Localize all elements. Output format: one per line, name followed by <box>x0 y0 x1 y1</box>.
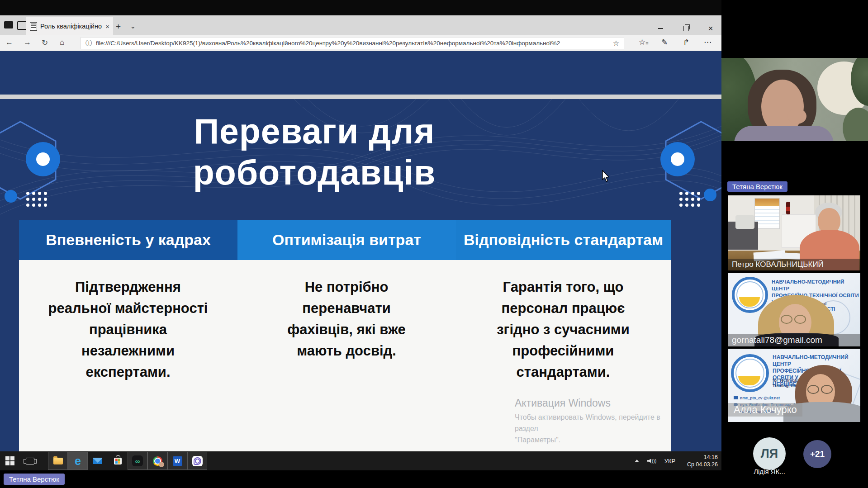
participants-panel: Тетяна Верстюк Петро КОВАЛЬНИЦЬКИЙ <box>721 0 868 488</box>
avatar-lidiia[interactable]: ЛЯ <box>753 437 786 470</box>
tab-close-icon[interactable]: × <box>105 23 109 30</box>
mail-icon <box>93 458 102 464</box>
video-tile-gornatali[interactable]: НАВЧАЛЬНО-МЕТОДИЧНИЙ ЦЕНТРПРОФЕСІЙНО-ТЕХ… <box>728 273 860 346</box>
tab-role-kvalifikatsiinogo[interactable]: Роль кваліфікаційного × <box>26 17 113 35</box>
tray-volume[interactable]: ))) <box>644 452 660 470</box>
slide-content-panel: Підтвердженняреальної майстерностіпраців… <box>19 260 671 451</box>
web-notes-pen-icon[interactable]: ✎ <box>661 38 668 47</box>
taskbar-viber[interactable] <box>187 452 207 470</box>
more-options-icon[interactable]: ⋯ <box>704 38 711 47</box>
tab-list-chevron-icon[interactable]: ⌄ <box>130 23 136 30</box>
speaker-waves-icon: ))) <box>652 458 657 464</box>
slide-title: Переваги дляроботодавців <box>43 111 586 193</box>
restore-button[interactable] <box>677 24 695 33</box>
meeting-window: Роль кваліфікаційного × + ⌄ × ← → ↻ ⌂ ⓘ … <box>0 0 868 488</box>
word-icon: W <box>173 456 182 466</box>
refresh-button[interactable]: ↻ <box>42 38 48 47</box>
header-cost-optimization: Оптимізація витрат <box>237 220 456 260</box>
taskbar-mail[interactable] <box>88 452 108 470</box>
taskbar-webex[interactable]: ∞ <box>128 452 147 470</box>
language-label: УКР <box>664 458 676 464</box>
new-tab-button[interactable]: + <box>116 22 121 32</box>
windows-activation-watermark-title: Активация Windows <box>515 397 611 409</box>
wall-calendar-shape <box>754 198 780 229</box>
tray-language[interactable]: УКР <box>660 452 680 470</box>
tab-preview-icon[interactable] <box>17 21 27 30</box>
file-explorer-icon <box>53 458 63 464</box>
back-button[interactable]: ← <box>5 38 13 47</box>
video-tile-tetiana[interactable] <box>721 58 868 141</box>
close-icon: × <box>708 24 713 33</box>
add-favorite-star-icon[interactable]: ☆ <box>613 39 619 47</box>
column-text-3: Гарантія того, щоперсонал працюєзгідно з… <box>459 276 667 383</box>
screen-share-bottom-strip <box>0 470 721 488</box>
tray-clock[interactable]: 14:16 Ср 04.03.26 <box>680 452 721 470</box>
avatar-lidiia-name: Лідія ЯК... <box>738 468 801 475</box>
chevron-up-icon <box>635 460 639 462</box>
center-logo <box>731 354 769 392</box>
cola-bottle-shape <box>786 202 790 214</box>
dots-grid-left <box>26 192 47 207</box>
windows-logo-icon <box>5 456 14 465</box>
center-logo <box>732 277 768 313</box>
taskbar-edge[interactable]: e <box>68 452 88 470</box>
speaker-shoulders-shape <box>734 126 834 141</box>
hub-star-glyph: ☆ <box>639 38 645 47</box>
share-icon[interactable]: ↱ <box>683 38 689 47</box>
column-headers: Впевненість у кадрах Оптимізація витрат … <box>19 220 671 260</box>
column-text-1: Підтвердженняреальної майстерностіпраців… <box>24 276 232 383</box>
calendar-picture <box>755 199 779 206</box>
webex-icon: ∞ <box>132 455 143 466</box>
taskbar-chrome[interactable] <box>147 452 167 470</box>
participant-name-label: Алла Кочурко <box>728 403 802 417</box>
address-bar[interactable]: ⓘ file:///C:/Users/User/Desktop/KK925(1)… <box>81 37 624 49</box>
task-view-icon <box>26 458 34 464</box>
pdf-favicon-icon <box>30 22 37 31</box>
more-participants-badge[interactable]: +21 <box>803 440 831 468</box>
tabs-aside-icon[interactable] <box>4 21 13 28</box>
clock-date: Ср 04.03.26 <box>687 461 718 468</box>
start-button[interactable] <box>0 452 20 470</box>
window-top-strip <box>0 0 721 15</box>
video-tile-alla[interactable]: НАВЧАЛЬНО-МЕТОДИЧНИЙ ЦЕНТРПРОФЕСІЙНО-ТЕХ… <box>728 349 860 422</box>
tray-show-hidden-icons[interactable] <box>630 452 644 470</box>
glasses-shape <box>781 315 806 324</box>
page-info-icon[interactable]: ⓘ <box>85 39 92 47</box>
header-confidence: Впевненість у кадрах <box>19 220 237 260</box>
column-text-2: Не потрібноперенавчатифахівців, які вжем… <box>242 276 451 361</box>
close-button[interactable]: × <box>702 24 720 33</box>
edge-icon: e <box>75 455 81 467</box>
header-standards: Відповідність стандартам <box>456 220 671 260</box>
minimize-icon <box>658 28 663 29</box>
minimize-button[interactable] <box>651 24 669 33</box>
speaker-hand-shape <box>787 109 806 124</box>
dots-grid-right <box>679 192 700 207</box>
hub-lines-glyph: ≡ <box>645 40 648 46</box>
home-button[interactable]: ⌂ <box>60 38 64 47</box>
sewing-machine-shape <box>735 215 754 229</box>
viber-icon <box>192 456 203 466</box>
taskbar-store[interactable] <box>108 452 128 470</box>
small-circle-left <box>5 190 17 203</box>
chrome-icon <box>153 456 162 466</box>
video-tile-petro[interactable]: Петро КОВАЛЬНИЦЬКИЙ <box>728 195 860 270</box>
windows-activation-watermark-text: Чтобы активировать Windows, перейдите в … <box>515 412 671 445</box>
windows-taskbar: e ∞ W ))) УКР 14:16 Ср 04.03.26 <box>0 451 721 470</box>
speaker-icon <box>647 459 651 463</box>
pdf-page-gap <box>0 95 721 99</box>
presenter-name-tag: Тетяна Верстюк <box>4 474 65 485</box>
envelope-icon <box>734 396 738 399</box>
participant-name-label: Петро КОВАЛЬНИЦЬКИЙ <box>728 259 860 270</box>
clock-time: 14:16 <box>687 454 718 461</box>
speaker-name-tag: Тетяна Верстюк <box>727 181 787 192</box>
hub-favorites-icon[interactable]: ☆≡ <box>639 38 649 47</box>
mouse-cursor <box>602 170 611 183</box>
taskbar-file-explorer[interactable] <box>48 452 68 470</box>
glasses-shape <box>807 385 833 394</box>
calendar-grid <box>755 206 779 226</box>
participant-name-label: gornatali78@gmail.com <box>728 334 860 346</box>
forward-button[interactable]: → <box>24 38 31 47</box>
taskbar-word[interactable]: W <box>167 452 187 470</box>
task-view-button[interactable] <box>20 452 40 470</box>
slide-page: Переваги дляроботодавців Впевненість у к… <box>0 99 721 451</box>
